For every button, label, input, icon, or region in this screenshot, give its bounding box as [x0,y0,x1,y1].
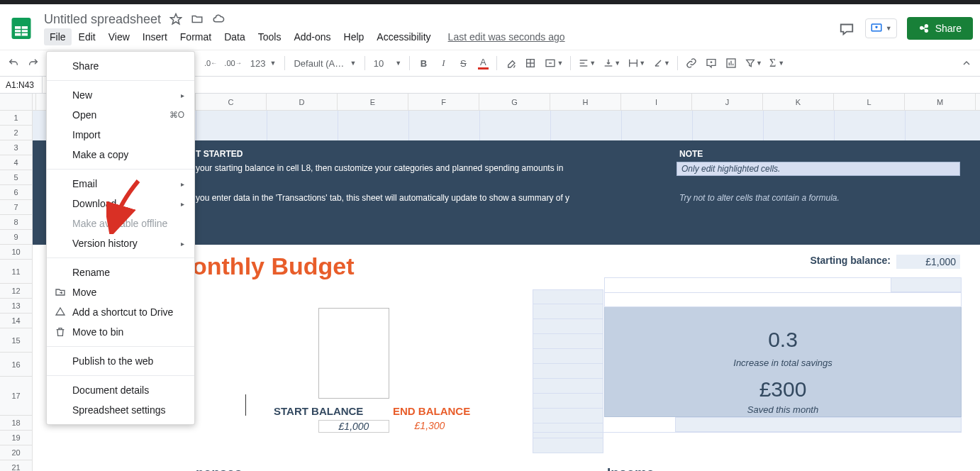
vert-align-button[interactable]: ▼ [600,54,623,72]
insert-link-button[interactable] [682,54,701,72]
row-header[interactable]: 13 [0,299,32,314]
row-header[interactable]: 17 [0,377,32,416]
file-make-copy[interactable]: Make a copy [47,145,194,165]
insert-chart-button[interactable] [722,54,740,72]
row-header[interactable]: 4 [0,155,32,170]
column-header[interactable]: H [550,94,621,110]
column-header[interactable]: L [834,94,905,110]
submenu-arrow-icon: ▸ [181,92,184,99]
column-header[interactable]: I [621,94,692,110]
file-version-history[interactable]: Version history▸ [47,233,194,253]
toolbar-separator [570,56,571,70]
column-header[interactable]: E [338,94,408,110]
column-header[interactable]: M [905,94,976,110]
merge-cells-button[interactable]: ▼ [541,54,566,72]
italic-button[interactable]: I [434,54,452,72]
menu-addons[interactable]: Add-ons [288,28,336,45]
svg-marker-6 [171,14,182,24]
sheets-logo[interactable] [7,14,35,43]
file-new[interactable]: New▸ [47,85,194,105]
file-menu-dropdown: Share New▸ Open⌘O Import Make a copy Ema… [46,51,195,425]
fill-color-button[interactable] [501,54,520,72]
row-header[interactable]: 2 [0,126,32,140]
row-header[interactable]: 7 [0,200,32,215]
file-open[interactable]: Open⌘O [47,105,194,125]
horiz-align-button[interactable]: ▼ [575,54,598,72]
comments-icon[interactable] [838,20,855,37]
text-wrap-button[interactable]: ▼ [625,54,648,72]
menu-view[interactable]: View [103,28,135,45]
decrease-decimal-button[interactable]: .0← [201,54,220,72]
cloud-status-icon[interactable] [212,13,225,26]
last-edit-link[interactable]: Last edit was seconds ago [448,31,565,43]
column-header[interactable]: F [408,94,479,110]
menu-insert[interactable]: Insert [137,28,173,45]
menu-separator [47,375,194,376]
row-header[interactable]: 12 [0,284,32,299]
row-header[interactable]: 3 [0,140,32,155]
file-import[interactable]: Import [47,125,194,145]
borders-button[interactable] [521,54,540,72]
menu-tools[interactable]: Tools [252,28,287,45]
bold-button[interactable]: B [414,54,433,72]
number-format-select[interactable]: 123▼ [246,58,281,69]
menu-data[interactable]: Data [218,28,251,45]
text-color-button[interactable]: A [474,54,492,72]
file-rename[interactable]: Rename [47,262,194,282]
column-header[interactable]: D [267,94,338,110]
file-publish[interactable]: Publish to the web [47,351,194,371]
starting-balance-value[interactable]: £1,000 [896,255,960,269]
file-download[interactable]: Download▸ [47,194,194,214]
move-folder-icon[interactable] [191,13,204,26]
menu-accessibility[interactable]: Accessibility [371,28,436,45]
file-move-to-bin[interactable]: Move to bin [47,322,194,342]
row-header[interactable]: 5 [0,170,32,185]
font-select[interactable]: Default (Ari...▼ [289,58,360,69]
row-header[interactable]: 10 [0,245,32,260]
row-header[interactable]: 18 [0,416,32,431]
file-spreadsheet-settings[interactable]: Spreadsheet settings [47,400,194,420]
document-title[interactable]: Untitled spreadsheet [44,12,161,27]
collapse-toolbar-icon[interactable] [957,54,976,72]
savings-input-row[interactable] [675,417,962,432]
insert-comment-button[interactable] [702,54,720,72]
row-header[interactable]: 9 [0,230,32,245]
row-header[interactable]: 21 [0,460,32,471]
file-move[interactable]: Move [47,282,194,302]
row-header[interactable]: 14 [0,314,32,328]
row-header[interactable]: 1 [0,111,32,126]
menu-help[interactable]: Help [338,28,370,45]
column-header[interactable]: G [479,94,550,110]
chevron-down-icon: ▼ [664,60,670,67]
row-header[interactable]: 11 [0,260,32,284]
menu-file[interactable]: File [44,28,72,45]
column-header[interactable]: J [692,94,763,110]
row-header[interactable]: 16 [0,353,32,377]
text-rotation-button[interactable]: ▼ [650,54,673,72]
share-button[interactable]: Share [907,17,973,40]
file-email[interactable]: Email▸ [47,174,194,194]
row-header[interactable]: 19 [0,431,32,445]
menu-format[interactable]: Format [174,28,217,45]
undo-button[interactable] [4,54,23,72]
row-header[interactable]: 20 [0,445,32,460]
functions-button[interactable]: Σ▼ [767,54,787,72]
filter-button[interactable]: ▼ [742,54,765,72]
column-header[interactable]: C [196,94,267,110]
file-add-shortcut[interactable]: Add a shortcut to Drive [47,302,194,322]
name-box[interactable]: A1:N43 [0,77,43,93]
increase-decimal-button[interactable]: .00→ [221,54,244,72]
row-header[interactable]: 6 [0,185,32,200]
row-header[interactable]: 8 [0,215,32,230]
font-size-select[interactable]: 10▼ [369,58,405,69]
column-header[interactable]: K [763,94,834,110]
star-icon[interactable] [169,13,182,26]
file-share[interactable]: Share [47,56,194,76]
menu-edit[interactable]: Edit [73,28,101,45]
row-header[interactable]: 15 [0,328,32,353]
file-document-details[interactable]: Document details [47,380,194,400]
present-button[interactable]: ▼ [865,18,897,38]
strikethrough-button[interactable]: S [454,54,472,72]
note-highlight-cell[interactable]: Only edit highlighted cells. [676,162,960,176]
redo-button[interactable] [24,54,43,72]
